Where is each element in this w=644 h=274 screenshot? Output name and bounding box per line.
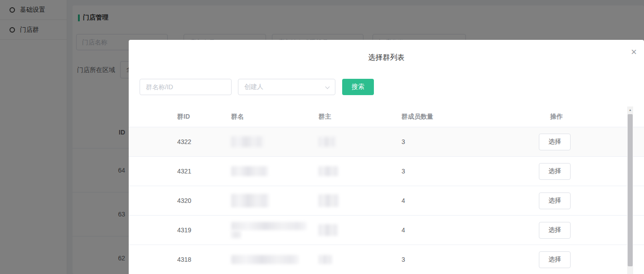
group-name-cell [231,166,319,176]
app-root: 基础设置 门店群 门店管理 门店所在区域 全部 ID 64 63 62 选择群列… [0,0,644,274]
creator-select[interactable]: 创建人 [238,79,335,95]
redacted-group-name [231,166,268,176]
redacted-group-name [231,136,264,147]
redacted-group-name [231,222,307,230]
redacted-group-name [231,194,269,207]
group-name-id-input[interactable] [140,79,232,95]
scrollbar-thumb[interactable] [628,114,633,266]
col-header-group-id: 群ID [177,113,231,121]
group-id-cell: 4318 [177,256,231,263]
table-body: 4322 3 选择 4321 3 选择 4320 [129,127,644,274]
table-row: 4320 4 选择 [129,186,644,216]
close-icon[interactable]: × [631,47,637,57]
table-row: 4322 3 选择 [129,127,644,157]
select-button[interactable]: 选择 [539,163,571,180]
group-id-cell: 4321 [177,168,231,175]
group-id-cell: 4322 [177,138,231,145]
col-header-group-owner: 群主 [319,113,402,121]
table-row: 4321 3 选择 [129,157,644,186]
group-table: 群ID 群名 群主 群成员数量 操作 4322 3 选择 4321 [129,106,644,274]
group-owner-cell [319,166,402,176]
group-name-cell [231,194,319,207]
group-id-cell: 4320 [177,197,231,204]
redacted-group-owner [319,224,338,236]
member-count-cell: 4 [402,197,550,204]
member-count-cell: 4 [402,226,550,234]
redacted-group-owner [319,137,336,147]
group-name-cell [231,136,319,147]
group-name-cell [231,222,319,238]
select-button[interactable]: 选择 [539,192,571,209]
select-button[interactable]: 选择 [539,134,571,150]
redacted-group-name-line2 [231,231,241,238]
modal-title: 选择群列表 [129,53,644,62]
group-owner-cell [319,224,402,236]
group-id-cell: 4319 [177,226,231,234]
select-group-modal: 选择群列表 × 创建人 搜索 群ID 群名 群主 群成员数量 操作 4322 [129,40,644,274]
scrollbar-up-arrow-icon[interactable]: ▲ [627,108,633,112]
col-header-group-name: 群名 [231,113,319,121]
scrollbar[interactable]: ▲ [627,106,633,274]
col-header-member-count: 群成员数量 [402,113,550,121]
member-count-cell: 3 [402,138,550,145]
search-button[interactable]: 搜索 [342,79,374,95]
select-button[interactable]: 选择 [539,251,571,268]
group-owner-cell [319,137,402,147]
redacted-group-owner [319,166,339,176]
creator-select-placeholder: 创建人 [244,83,263,91]
member-count-cell: 3 [402,168,550,175]
member-count-cell: 3 [402,256,550,263]
chevron-down-icon [325,85,330,89]
redacted-group-owner [319,255,332,264]
select-button[interactable]: 选择 [539,222,571,239]
group-owner-cell [319,194,402,207]
redacted-group-name [231,255,299,264]
group-owner-cell [319,255,402,264]
table-row: 4318 3 选择 [129,245,644,274]
table-row: 4319 4 选择 [129,216,644,245]
table-header-row: 群ID 群名 群主 群成员数量 操作 [129,106,644,127]
group-name-cell [231,255,319,264]
redacted-group-owner [319,194,339,207]
